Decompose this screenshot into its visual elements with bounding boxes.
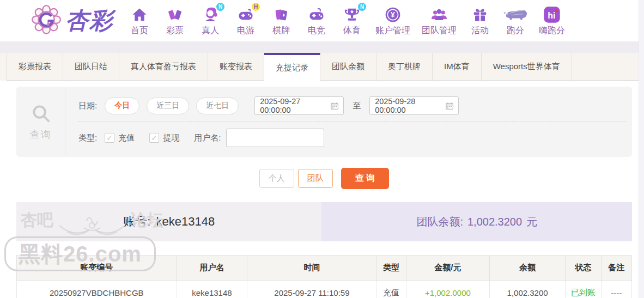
nav-item-boardcards[interactable]: 棋牌	[269, 5, 293, 37]
checkbox-check-icon: ✓	[149, 133, 159, 143]
vertical-scrollbar[interactable]	[639, 0, 644, 298]
account-label: 账号:	[123, 214, 150, 230]
tab-live-sports-pnl[interactable]: 真人体育盈亏报表	[119, 53, 208, 81]
gift-icon	[472, 5, 488, 23]
brand-name: 杏彩	[65, 5, 113, 36]
nav-item-egames[interactable]: H 电游	[234, 5, 258, 37]
cards-icon	[273, 5, 289, 23]
report-tabbar: 彩票报表 团队日结 真人体育盈亏报表 账变报表 充提记录 团队余额 奥丁棋牌 I…	[0, 53, 644, 81]
tab-wesports[interactable]: Wesports世界体育	[482, 53, 572, 81]
checkbox-check-icon: ✓	[105, 133, 114, 143]
filter-panel: 查询 日期: 今日 近三日 近七日 2025-09-27 00:00:00	[16, 87, 632, 157]
calendar-icon	[331, 102, 338, 110]
hot-badge: H	[252, 3, 260, 11]
brand-logo[interactable]: 杏彩	[32, 5, 113, 37]
nav-item-hi-paofen[interactable]: hi 嗨跑分	[539, 5, 565, 37]
col-remark: 备注	[601, 256, 631, 281]
date-to-input[interactable]: 2025-09-28 00:00:00	[369, 96, 459, 115]
deposit-checkbox[interactable]: ✓ 充值	[105, 133, 135, 143]
new-badge: N	[358, 3, 366, 11]
nav-item-esports[interactable]: 电竞	[305, 5, 329, 37]
tabbar-filler	[572, 53, 644, 81]
new-badge: N	[216, 3, 224, 11]
yuan-coin-icon: ¥	[384, 5, 402, 23]
filter-search-block: 查询	[16, 87, 65, 157]
tab-aoding-boardcards[interactable]: 奥丁棋牌	[376, 53, 433, 81]
preset-7days-button[interactable]: 近七日	[196, 98, 239, 114]
rhino-run-icon	[503, 5, 527, 23]
cell-change-id: 20250927VBDCHBHCGB	[17, 281, 177, 298]
nav-item-lottery[interactable]: 彩票	[163, 5, 187, 37]
svg-text:hi: hi	[548, 11, 555, 20]
col-balance: 余额	[490, 256, 566, 281]
cell-time: 2025-09-27 11:10:59	[247, 281, 376, 298]
table-row: 20250927VBDCHBHCGB keke13148 2025-09-27 …	[17, 281, 632, 298]
col-amount: 金额/元	[406, 256, 490, 281]
col-change-id: 账变编号	[17, 256, 177, 281]
lottery-tickets-icon	[167, 5, 183, 23]
home-icon	[131, 5, 148, 23]
hi-app-icon: hi	[543, 5, 561, 23]
flower-logo-icon	[32, 5, 61, 37]
nav-item-sports[interactable]: N 体育	[340, 5, 364, 37]
search-block-label: 查询	[30, 128, 52, 141]
cell-balance: 1,002.3200	[490, 281, 566, 298]
records-table: 账变编号 用户名 时间 类型 金额/元 余额 状态 备注 20250927VBD…	[16, 255, 632, 298]
query-button[interactable]: 查 询	[341, 168, 389, 189]
nav-item-home[interactable]: 首页	[127, 5, 151, 37]
tab-deposit-withdraw-records[interactable]: 充提记录	[264, 53, 320, 81]
search-icon	[31, 103, 51, 124]
main-content: 查询 日期: 今日 近三日 近七日 2025-09-27 00:00:00	[0, 87, 644, 298]
table-header-row: 账变编号 用户名 时间 类型 金额/元 余额 状态 备注	[17, 256, 632, 281]
actions-row: 个人 团队 查 询	[16, 168, 632, 189]
filter-divider	[78, 121, 625, 122]
tab-lottery-report[interactable]: 彩票报表	[7, 53, 63, 81]
header-divider-band	[0, 41, 644, 53]
main-navigation: 首页 彩票 N	[127, 5, 565, 37]
svg-text:¥: ¥	[391, 10, 395, 19]
nav-item-live[interactable]: N 真人	[198, 5, 222, 37]
team-button[interactable]: 团队	[298, 169, 333, 188]
cell-username: keke13148	[177, 281, 247, 298]
to-label: 至	[353, 101, 361, 111]
gamepad-icon: H	[237, 5, 254, 23]
trophy-icon: N	[343, 5, 361, 23]
nav-item-activity[interactable]: 活动	[468, 5, 492, 37]
col-status: 状态	[566, 256, 601, 281]
account-summary-bar: 账号: keke13148 团队余额: 1,002.3200 元	[16, 202, 632, 241]
personal-button[interactable]: 个人	[259, 169, 294, 188]
page: 杏彩 首页 彩票	[0, 0, 644, 298]
date-from-input[interactable]: 2025-09-27 00:00:00	[254, 96, 344, 115]
col-username: 用户名	[177, 256, 247, 281]
nav-item-paofen[interactable]: 跑分	[503, 5, 527, 37]
cell-status: 已到账	[566, 281, 601, 298]
type-label: 类型:	[78, 133, 97, 143]
team-people-icon	[430, 5, 448, 23]
date-label: 日期:	[78, 101, 97, 111]
cell-remark: ----	[601, 281, 631, 298]
tab-im-sports[interactable]: IM体育	[433, 53, 482, 81]
nav-item-team-management[interactable]: 团队管理	[422, 5, 457, 37]
live-person-icon: N	[202, 5, 219, 23]
team-balance-section: 团队余额: 1,002.3200 元	[321, 202, 632, 241]
username-input[interactable]	[226, 129, 324, 147]
cell-type: 充值	[376, 281, 406, 298]
date-filter-row: 日期: 今日 近三日 近七日 2025-09-27 00:00:00	[78, 94, 632, 117]
tab-team-balance[interactable]: 团队余额	[320, 53, 376, 81]
nav-item-account-management[interactable]: ¥ 账户管理	[375, 5, 410, 37]
preset-3days-button[interactable]: 近三日	[147, 98, 189, 114]
username-label: 用户名:	[194, 133, 221, 143]
col-time: 时间	[247, 256, 376, 281]
account-value: keke13148	[156, 215, 215, 229]
cell-amount: +1,002.0000	[406, 281, 490, 298]
withdraw-checkbox[interactable]: ✓ 提现	[149, 133, 179, 143]
type-filter-row: 类型: ✓ 充值 ✓ 提现 用户名:	[78, 126, 632, 149]
esports-gamepad-icon	[308, 5, 325, 23]
tab-team-daily[interactable]: 团队日结	[63, 53, 119, 81]
top-header: 杏彩 首页 彩票	[0, 0, 644, 41]
tab-account-change[interactable]: 账变报表	[208, 53, 264, 81]
preset-today-button[interactable]: 今日	[105, 98, 139, 114]
account-number-section: 账号: keke13148	[16, 202, 321, 241]
filter-fields: 日期: 今日 近三日 近七日 2025-09-27 00:00:00	[65, 87, 632, 157]
team-balance-label: 团队余额:	[416, 215, 463, 229]
